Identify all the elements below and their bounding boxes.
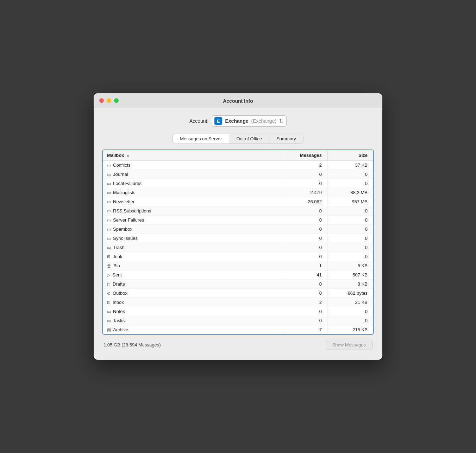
folder-icon: ▭ <box>107 309 111 314</box>
td-messages: 0 <box>282 252 327 261</box>
td-size: 0 <box>327 307 373 316</box>
td-size: 37 KB <box>327 161 373 170</box>
folder-icon: ▭ <box>107 218 111 223</box>
td-messages: 0 <box>282 216 327 224</box>
td-messages: 0 <box>282 170 327 179</box>
folder-icon: ▭ <box>107 227 111 232</box>
mailbox-name: Sent <box>112 272 122 277</box>
td-size: 862 bytes <box>327 289 373 298</box>
td-size: 21 KB <box>327 298 373 307</box>
td-mailbox: ⊠ Junk <box>103 252 282 261</box>
td-mailbox: ▭ Journal <box>103 170 282 179</box>
outbox-icon: ⊙ <box>107 291 111 296</box>
window-buttons <box>99 98 119 103</box>
tabs: Messages on Server Out of Office Summary <box>102 134 374 144</box>
td-mailbox: ▭ Spambox <box>103 225 282 234</box>
tab-out-of-office[interactable]: Out of Office <box>229 134 269 144</box>
td-messages: 0 <box>282 225 327 234</box>
td-messages: 2 <box>282 161 327 170</box>
mailbox-name: Spambox <box>113 226 132 232</box>
td-mailbox: ▷ Sent <box>103 270 282 279</box>
td-mailbox: ⊙ Outbox <box>103 289 282 298</box>
table-row: ▭ RSS Subscriptions 0 0 <box>103 206 373 216</box>
td-size: 5 KB <box>327 261 373 270</box>
mailbox-name: Local Failures <box>113 181 142 186</box>
mailbox-name: Notes <box>113 309 125 314</box>
td-mailbox: ▤ Archive <box>103 325 282 334</box>
mailbox-name: Conflicts <box>113 162 131 168</box>
td-mailbox: ⊡ Inbox <box>103 298 282 307</box>
show-messages-button[interactable]: Show Messages <box>326 340 372 350</box>
td-size: 957 MB <box>327 197 373 206</box>
td-size: 0 <box>327 170 373 179</box>
footer-stats: 1,05 GB (28.594 Messages) <box>104 342 161 347</box>
account-type: (Exchange) <box>251 118 277 124</box>
tab-summary[interactable]: Summary <box>269 134 303 144</box>
td-mailbox: ▭ Local Failures <box>103 179 282 188</box>
folder-icon: ▭ <box>107 172 111 177</box>
mailbox-name: Archive <box>113 327 128 332</box>
td-messages: 0 <box>282 243 327 252</box>
account-label: Account: <box>189 118 208 124</box>
td-mailbox: ▭ Trash <box>103 243 282 252</box>
close-button[interactable] <box>99 98 104 103</box>
account-info-window: Account Info Account: E Exchange (Exchan… <box>94 93 382 360</box>
mailbox-name: Newsletter <box>113 199 134 204</box>
tab-messages-on-server[interactable]: Messages on Server <box>173 134 229 144</box>
th-mailbox-label: Mailbox <box>107 153 124 158</box>
minimize-button[interactable] <box>107 98 111 103</box>
td-size: 0 <box>327 252 373 261</box>
table-row: ▭ Server Failures 0 0 <box>103 216 373 225</box>
window-body: Account: E Exchange (Exchange) ⇅ Message… <box>94 108 382 360</box>
folder-icon: ▭ <box>107 318 111 323</box>
td-mailbox: ▭ Sync Issues <box>103 234 282 243</box>
exchange-icon: E <box>214 117 222 125</box>
table-row: ▭ Conflicts 2 37 KB <box>103 161 373 170</box>
td-mailbox: ▭ Mailinglists <box>103 188 282 197</box>
table-row: ▭ Journal 0 0 <box>103 170 373 179</box>
td-mailbox: 🗑 Bin <box>103 261 282 270</box>
td-messages: 1 <box>282 261 327 270</box>
td-mailbox: ▭ Newsletter <box>103 197 282 206</box>
mailbox-name: RSS Subscriptions <box>113 208 151 213</box>
mailbox-name: Drafts <box>113 281 125 287</box>
table-row: ▭ Mailinglists 2.479 88,2 MB <box>103 188 373 197</box>
td-messages: 0 <box>282 179 327 188</box>
maximize-button[interactable] <box>114 98 119 103</box>
titlebar: Account Info <box>94 93 382 108</box>
archive-icon: ▤ <box>107 327 111 332</box>
td-size: 0 <box>327 206 373 215</box>
td-size: 0 <box>327 234 373 243</box>
bin-icon: 🗑 <box>107 263 111 268</box>
table-row: ▭ Notes 0 0 <box>103 307 373 316</box>
td-size: 0 <box>327 225 373 234</box>
td-size: 215 KB <box>327 325 373 334</box>
mailbox-table: Mailbox ▲ Messages Size ▭ Conflicts 2 37… <box>102 149 374 335</box>
table-row: ▭ Local Failures 0 0 <box>103 179 373 188</box>
td-mailbox: ▭ Server Failures <box>103 216 282 224</box>
table-row: 🗑 Bin 1 5 KB <box>103 261 373 270</box>
td-size: 8 KB <box>327 280 373 288</box>
table-row: ⊠ Junk 0 0 <box>103 252 373 261</box>
th-size: Size <box>327 150 373 160</box>
td-mailbox: ▭ Tasks <box>103 316 282 325</box>
table-row: ▭ Spambox 0 0 <box>103 225 373 234</box>
td-messages: 0 <box>282 280 327 288</box>
td-size: 88,2 MB <box>327 188 373 197</box>
window-title: Account Info <box>223 98 253 104</box>
sort-arrow-icon: ▲ <box>126 153 130 157</box>
account-name: Exchange <box>225 118 248 124</box>
table-row: ▭ Sync Issues 0 0 <box>103 234 373 243</box>
folder-icon: ▭ <box>107 163 111 168</box>
junk-icon: ⊠ <box>107 254 111 259</box>
folder-icon: ▭ <box>107 199 111 204</box>
account-row: Account: E Exchange (Exchange) ⇅ <box>102 115 374 127</box>
table-row: ▭ Newsletter 26.062 957 MB <box>103 197 373 206</box>
mailbox-name: Outbox <box>113 291 127 296</box>
table-body: ▭ Conflicts 2 37 KB ▭ Journal 0 0 ▭ Loca… <box>103 161 373 334</box>
account-selector[interactable]: E Exchange (Exchange) ⇅ <box>212 115 287 127</box>
mailbox-name: Junk <box>113 254 122 259</box>
td-mailbox: ▭ Notes <box>103 307 282 316</box>
mailbox-name: Journal <box>113 172 128 177</box>
th-mailbox: Mailbox ▲ <box>103 150 282 160</box>
